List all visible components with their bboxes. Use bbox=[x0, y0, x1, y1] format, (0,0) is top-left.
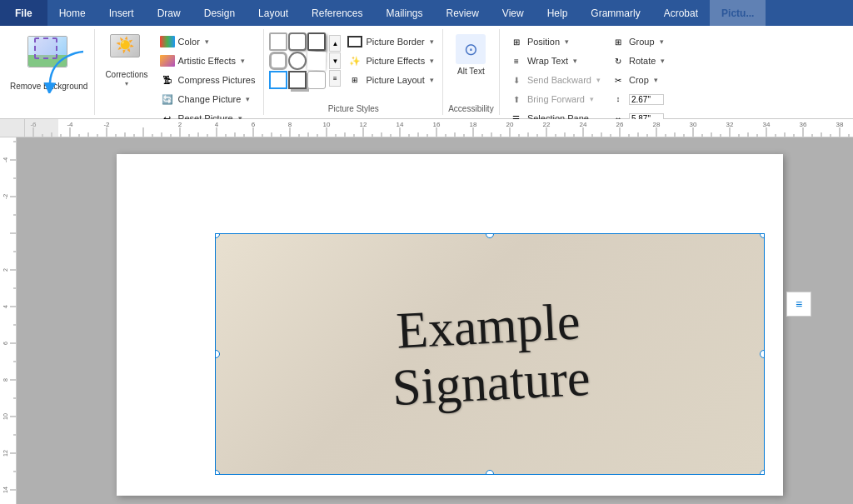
group-objects-button[interactable]: ⊞ Group ▾ bbox=[607, 32, 668, 51]
layout-options-widget[interactable]: ≡ bbox=[786, 292, 811, 317]
group-accessibility: ⊙ Alt Text Accessibility bbox=[443, 29, 499, 115]
handle-bottom-center[interactable] bbox=[486, 470, 494, 475]
tab-grammarly[interactable]: Grammarly bbox=[579, 0, 651, 26]
position-button[interactable]: ⊞ Position ▾ bbox=[506, 32, 604, 51]
selected-image[interactable]: Example Signature bbox=[215, 233, 765, 475]
send-backward-icon: ⬇ bbox=[509, 74, 524, 86]
styles-scroll-down[interactable]: ▼ bbox=[329, 52, 341, 69]
style-cell[interactable] bbox=[269, 32, 287, 51]
styles-scroll-buttons: ▲ ▼ ≡ bbox=[329, 35, 341, 87]
tab-home[interactable]: Home bbox=[47, 0, 97, 26]
color-icon bbox=[160, 36, 175, 47]
picture-layout-button[interactable]: ⊞ Picture Layout ▾ bbox=[344, 71, 437, 89]
group-icon: ⊞ bbox=[611, 36, 626, 47]
wrap-text-button[interactable]: ≡ Wrap Text ▾ bbox=[506, 52, 604, 70]
remove-bg-label: Remove Background bbox=[10, 81, 87, 92]
artistic-effects-icon bbox=[160, 55, 175, 67]
group-remove-background: Remove Background bbox=[0, 29, 95, 115]
vertical-ruler bbox=[0, 137, 17, 504]
corrections-icon: ☀️ bbox=[110, 34, 143, 67]
style-cell[interactable] bbox=[269, 71, 287, 89]
height-field[interactable]: ↕ bbox=[607, 90, 668, 108]
tab-draw[interactable]: Draw bbox=[146, 0, 192, 26]
group-picture-styles: ▲ ▼ ≡ Picture Border ▾ ✨ Picture Effects… bbox=[264, 29, 443, 115]
picture-effects-icon: ✨ bbox=[347, 55, 362, 67]
ruler-container bbox=[0, 119, 853, 137]
signature-image: Example Signature bbox=[216, 234, 764, 474]
corrections-button[interactable]: ☀️ Corrections ▾ bbox=[100, 31, 152, 92]
change-picture-icon: 🔄 bbox=[160, 93, 175, 105]
content-area: Example Signature ≡ bbox=[17, 137, 853, 504]
rotate-icon: ↻ bbox=[611, 55, 626, 67]
tab-acrobat[interactable]: Acrobat bbox=[652, 0, 710, 26]
change-picture-button[interactable]: 🔄 Change Picture ▾ bbox=[157, 90, 259, 108]
tab-file[interactable]: File bbox=[0, 0, 47, 26]
tab-picture[interactable]: Pictu... bbox=[710, 0, 766, 26]
style-cell[interactable] bbox=[307, 71, 326, 89]
picture-border-button[interactable]: Picture Border ▾ bbox=[344, 32, 437, 51]
corrections-label: Corrections bbox=[105, 69, 147, 80]
bring-forward-button[interactable]: ⬆ Bring Forward ▾ bbox=[506, 90, 604, 108]
remove-bg-icon bbox=[27, 36, 71, 79]
ruler-corner bbox=[0, 119, 25, 137]
style-cell[interactable] bbox=[288, 71, 307, 89]
crop-icon: ✂ bbox=[611, 74, 626, 86]
horizontal-ruler bbox=[25, 119, 853, 137]
handle-mid-right[interactable] bbox=[760, 350, 765, 358]
picture-styles-label: Picture Styles bbox=[269, 102, 437, 115]
ribbon-tabs: File Home Insert Draw Design Layout Refe… bbox=[0, 0, 853, 26]
position-icon: ⊞ bbox=[509, 36, 524, 47]
remove-background-button[interactable]: Remove Background bbox=[7, 32, 91, 95]
layout-options-icon: ≡ bbox=[796, 297, 802, 311]
styles-expand[interactable]: ≡ bbox=[329, 70, 341, 87]
height-input[interactable] bbox=[629, 94, 664, 105]
style-cell[interactable] bbox=[269, 52, 287, 70]
color-button[interactable]: Color ▾ bbox=[157, 32, 259, 51]
artistic-effects-button[interactable]: Artistic Effects ▾ bbox=[157, 52, 259, 70]
compress-icon: 🗜 bbox=[160, 74, 175, 86]
tab-references[interactable]: References bbox=[300, 0, 374, 26]
crop-button[interactable]: ✂ Crop ▾ bbox=[607, 71, 668, 89]
picture-layout-icon: ⊞ bbox=[347, 74, 362, 86]
tab-insert[interactable]: Insert bbox=[97, 0, 146, 26]
group-arrange: ⊞ Position ▾ ≡ Wrap Text ▾ ⬇ Send Backwa… bbox=[500, 29, 675, 115]
picture-effects-button[interactable]: ✨ Picture Effects ▾ bbox=[344, 52, 437, 70]
tab-design[interactable]: Design bbox=[192, 0, 247, 26]
document-page: Example Signature bbox=[117, 154, 783, 496]
accessibility-label: Accessibility bbox=[448, 102, 493, 115]
tab-review[interactable]: Review bbox=[435, 0, 491, 26]
alt-text-icon: ⊙ bbox=[456, 34, 486, 64]
style-cell[interactable] bbox=[307, 32, 326, 51]
bring-forward-icon: ⬆ bbox=[509, 93, 524, 105]
compress-pictures-button[interactable]: 🗜 Compress Pictures bbox=[157, 71, 259, 89]
style-cell[interactable] bbox=[307, 52, 327, 71]
picture-styles-grid bbox=[269, 32, 326, 89]
handle-bottom-right[interactable] bbox=[760, 470, 765, 475]
rotate-button[interactable]: ↻ Rotate ▾ bbox=[607, 52, 668, 70]
main-layout: Example Signature ≡ bbox=[0, 137, 853, 504]
tab-view[interactable]: View bbox=[491, 0, 536, 26]
tab-layout[interactable]: Layout bbox=[247, 0, 300, 26]
wrap-text-icon: ≡ bbox=[509, 55, 524, 67]
tab-mailings[interactable]: Mailings bbox=[374, 0, 434, 26]
alt-text-label: Alt Text bbox=[457, 66, 485, 77]
style-cell[interactable] bbox=[288, 32, 307, 51]
styles-scroll-up[interactable]: ▲ bbox=[329, 35, 341, 52]
group-adjust: ☀️ Corrections ▾ Color ▾ Artistic Effect… bbox=[95, 29, 264, 115]
alt-text-button[interactable]: ⊙ Alt Text bbox=[451, 31, 491, 80]
signature-text: Example Signature bbox=[388, 292, 591, 417]
picture-border-icon bbox=[347, 36, 362, 47]
height-icon: ↕ bbox=[611, 93, 626, 105]
tab-help[interactable]: Help bbox=[536, 0, 580, 26]
ribbon-bar: Remove Background ☀️ Corrections bbox=[0, 26, 853, 119]
style-cell[interactable] bbox=[288, 52, 307, 70]
send-backward-button[interactable]: ⬇ Send Backward ▾ bbox=[506, 71, 604, 89]
